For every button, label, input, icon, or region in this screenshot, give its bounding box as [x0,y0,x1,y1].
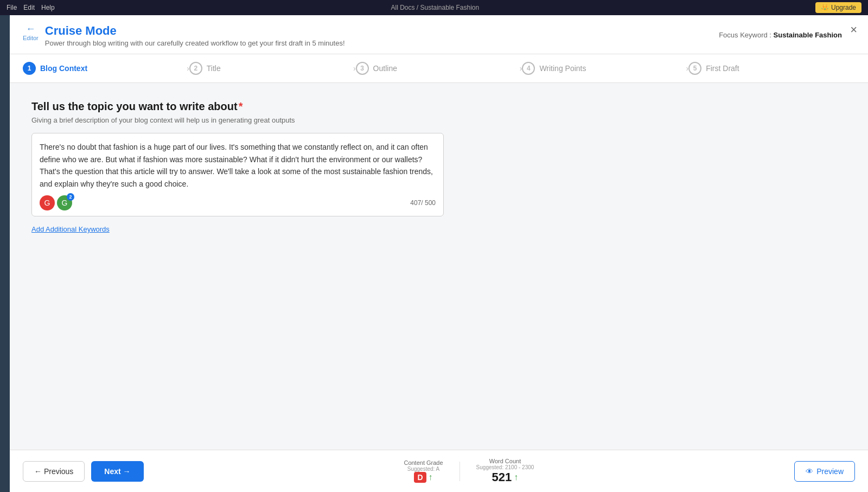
content-grade-value: D ↑ [414,472,432,483]
focus-keyword-value: Sustainable Fashion [774,30,842,39]
step-2-number: 2 [189,62,202,75]
content-grade-label: Content Grade [404,459,443,466]
grammarly-extension-icon[interactable]: G 2 [57,195,72,210]
step-blog-context[interactable]: 1 Blog Context › [23,54,189,82]
preview-button[interactable]: 👁 Preview [794,461,855,482]
menu-edit[interactable]: Edit [23,4,35,11]
step-writing-points[interactable]: 4 Writing Points › [522,54,688,82]
close-button[interactable]: × [850,24,857,36]
focus-keyword-label: Focus Keyword : [719,30,771,39]
word-count-value: 521 ↑ [492,470,519,484]
upgrade-button[interactable]: 👑 Upgrade [815,2,861,13]
required-star: * [239,100,243,112]
step-4-number: 4 [522,62,535,75]
step-first-draft[interactable]: 5 First Draft [688,54,855,82]
modal-header: ← Editor Cruise Mode Power through blog … [10,15,868,54]
step-4-label: Writing Points [539,64,586,73]
footer-divider [459,462,460,481]
grammarly-icon[interactable]: G [40,195,55,210]
breadcrumb-text: All Docs / Sustainable Fashion [391,4,479,11]
grade-up-arrow-icon: ↑ [429,472,433,482]
char-count: 407/ 500 [410,199,436,207]
word-count-stat: Word Count Suggested: 2100 - 2300 521 ↑ [476,458,534,484]
back-button[interactable]: ← Editor [23,24,39,41]
previous-button[interactable]: ← Previous [23,461,85,482]
back-arrow-icon: ← [25,24,35,34]
top-bar-menu-group: File Edit Help [7,4,55,11]
footer-stats: Content Grade Suggested: A D ↑ Word Coun… [404,458,534,484]
step-5-number: 5 [688,62,701,75]
steps-bar: 1 Blog Context › 2 Title › 3 Outline › 4… [10,54,868,83]
textarea-footer: G G 2 407/ 500 [40,195,436,210]
content-grade-suggested: Suggested: A [407,466,440,472]
modal-title: Cruise Mode [45,24,345,38]
sidebar-hint [0,15,10,492]
breadcrumb: All Docs / Sustainable Fashion [391,4,479,11]
form-title: Tell us the topic you want to write abou… [31,100,846,113]
top-bar: File Edit Help All Docs / Sustainable Fa… [0,0,868,15]
step-3-label: Outline [373,64,397,73]
textarea-container: G G 2 407/ 500 [31,133,444,216]
word-count-suggested: Suggested: 2100 - 2300 [476,464,534,470]
footer-right: 👁 Preview [794,461,855,482]
menu-help[interactable]: Help [41,4,55,11]
word-count-up-arrow-icon: ↑ [514,472,518,482]
step-outline[interactable]: 3 Outline › [356,54,522,82]
focus-keyword-display: Focus Keyword : Sustainable Fashion [719,30,842,39]
next-button[interactable]: Next → [91,461,143,482]
step-1-label: Blog Context [40,64,87,73]
grade-badge: D [414,472,426,483]
top-bar-right: 👑 Upgrade [815,2,861,13]
modal-body: Tell us the topic you want to write abou… [10,83,868,450]
step-3-number: 3 [356,62,369,75]
crown-icon: 👑 [821,4,829,11]
content-grade-stat: Content Grade Suggested: A D ↑ [404,459,443,483]
cruise-mode-modal: ← Editor Cruise Mode Power through blog … [10,15,868,492]
modal-header-left: ← Editor Cruise Mode Power through blog … [23,24,345,47]
footer-nav-buttons: ← Previous Next → [23,461,144,482]
step-title[interactable]: 2 Title › [189,54,356,82]
modal-footer: ← Previous Next → Content Grade Suggeste… [10,450,868,492]
modal-subtitle: Power through blog writing with our care… [45,39,345,47]
word-count-label: Word Count [489,458,521,464]
eye-icon: 👁 [806,467,813,476]
add-keywords-link[interactable]: Add Additional Keywords [31,225,110,233]
icon-badge: 2 [67,193,74,201]
form-description: Giving a brief description of your blog … [31,116,846,124]
step-5-label: First Draft [706,64,739,73]
modal-title-block: Cruise Mode Power through blog writing w… [45,24,345,47]
context-textarea[interactable] [40,141,436,190]
step-1-number: 1 [23,62,36,75]
step-2-label: Title [207,64,221,73]
back-label: Editor [23,35,39,41]
menu-file[interactable]: File [7,4,17,11]
textarea-icons: G G 2 [40,195,72,210]
